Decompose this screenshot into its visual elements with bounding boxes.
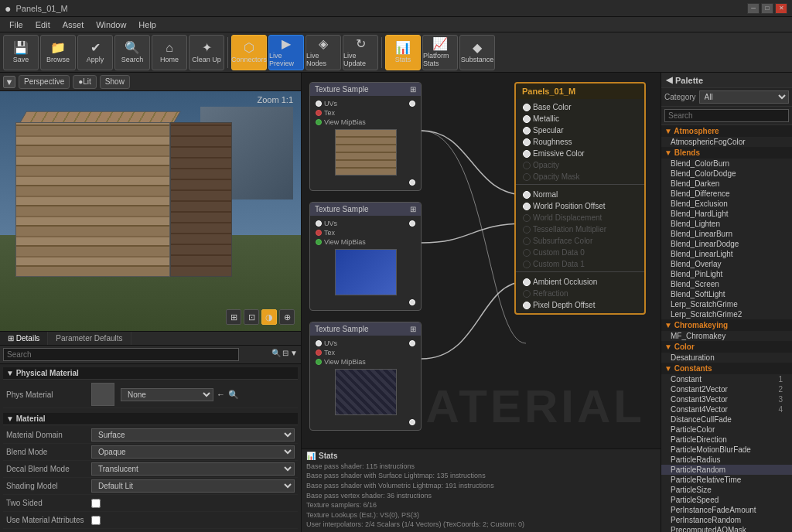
pin-tex-2[interactable] <box>316 230 322 236</box>
menu-edit[interactable]: Edit <box>29 17 56 32</box>
texture-sample-node-1[interactable]: Texture Sample ⊞ UVs Tex <box>309 82 422 191</box>
menu-file[interactable]: File <box>3 17 29 32</box>
close-button[interactable]: ✕ <box>775 3 787 14</box>
palette-item-constant4vector[interactable]: Constant4Vector 4 <box>661 404 792 414</box>
mat-pin-normal-dot[interactable] <box>523 191 531 199</box>
palette-item-linearlight[interactable]: Blend_LinearLight <box>661 249 792 259</box>
pin-midbias-2[interactable] <box>316 239 322 245</box>
palette-item-particlesize[interactable]: ParticleSize <box>661 485 792 495</box>
shading-model-select[interactable]: Default Lit <box>91 479 295 493</box>
palette-item-particlecolor[interactable]: ParticleColor <box>661 425 792 435</box>
palette-item-softlight[interactable]: Blend_SoftLight <box>661 289 792 299</box>
palette-item-hardlight[interactable]: Blend_HardLight <box>661 209 792 219</box>
palette-item-lineardodge[interactable]: Blend_LinearDodge <box>661 239 792 249</box>
pin-midbias-3[interactable] <box>316 359 322 365</box>
palette-item-difference[interactable]: Blend_Difference <box>661 189 792 199</box>
node-expand-icon-3[interactable]: ⊞ <box>410 325 416 333</box>
properties-search-input[interactable] <box>3 348 239 361</box>
pin-midbias-1[interactable] <box>316 119 322 125</box>
details-tab[interactable]: ⊞ Details <box>0 332 48 345</box>
viewport-ctrl-2[interactable]: ⊡ <box>244 309 259 325</box>
viewport-ctrl-3[interactable]: ◑ <box>261 309 277 325</box>
menu-asset[interactable]: Asset <box>56 17 90 32</box>
texture-sample-node-3[interactable]: Texture Sample ⊞ UVs Tex <box>309 322 422 431</box>
props-filter-btn[interactable]: ⊟ <box>282 349 288 357</box>
palette-cat-chromakeying[interactable]: ▼ Chromakeying <box>661 319 792 331</box>
palette-item-colordodge[interactable]: Blend_ColorDodge <box>661 169 792 179</box>
node-expand-icon-2[interactable]: ⊞ <box>410 205 416 213</box>
palette-item-lerpscratchgrime2[interactable]: Lerp_ScratchGrime2 <box>661 309 792 319</box>
props-search-btn[interactable]: 🔍 <box>271 349 281 357</box>
palette-search-input[interactable] <box>664 109 789 122</box>
palette-cat-blends[interactable]: ▼ Blends <box>661 147 792 159</box>
pin-out-rgb-3[interactable] <box>409 419 415 425</box>
minimize-button[interactable]: ─ <box>747 3 760 14</box>
node-expand-icon[interactable]: ⊞ <box>410 85 416 94</box>
maximize-button[interactable]: □ <box>761 3 773 14</box>
perspective-button[interactable]: Perspective <box>19 75 70 89</box>
pin-uvs-3[interactable] <box>316 340 322 346</box>
decal-blend-mode-select[interactable]: Translucent <box>91 462 295 476</box>
palette-item-perinstancerandom[interactable]: PerInstanceRandom <box>661 515 792 525</box>
palette-item-overlay[interactable]: Blend_Overlay <box>661 259 792 269</box>
palette-item-atmosphericfogcolor[interactable]: AtmosphericFogColor <box>661 137 792 147</box>
palette-item-desaturation[interactable]: Desaturation <box>661 353 792 363</box>
mat-pin-emissive-dot[interactable] <box>523 150 531 158</box>
pin-out-1[interactable] <box>409 101 415 107</box>
two-sided-checkbox[interactable] <box>91 499 101 508</box>
palette-cat-color[interactable]: ▼ Color <box>661 341 792 353</box>
viewport-ctrl-1[interactable]: ⊞ <box>226 309 241 325</box>
material-output-node[interactable]: Panels_01_M Base Color Metallic <box>514 82 646 315</box>
mat-pin-specular-dot[interactable] <box>523 127 531 135</box>
pin-out-rgb-2[interactable] <box>409 299 415 305</box>
palette-item-particlemotionblurfade[interactable]: ParticleMotionBlurFade <box>661 445 792 455</box>
viewport-content[interactable]: Zoom 1:1 ⊞ ⊡ ◑ ⊕ <box>0 91 301 331</box>
palette-item-linearburn[interactable]: Blend_LinearBurn <box>661 229 792 239</box>
pin-out-3a[interactable] <box>409 340 415 346</box>
substance-button[interactable]: ◆ Substance <box>459 35 495 70</box>
palette-item-perinstancefadeamount[interactable]: PerInstanceFadeAmount <box>661 505 792 515</box>
palette-item-mfchromakey[interactable]: MF_Chromakey <box>661 331 792 341</box>
texture-sample-node-2[interactable]: Texture Sample ⊞ UVs Tex <box>309 202 422 311</box>
browse-button[interactable]: 📁 Browse <box>40 35 76 70</box>
mat-pin-basecolor-dot[interactable] <box>523 104 531 111</box>
mat-pin-pixeldepth-dot[interactable] <box>523 302 531 309</box>
menu-window[interactable]: Window <box>90 17 132 32</box>
platform-stats-button[interactable]: 📈 Platform Stats <box>422 35 458 70</box>
home-button[interactable]: ⌂ Home <box>152 35 187 70</box>
palette-item-colorburn[interactable]: Blend_ColorBurn <box>661 159 792 169</box>
palette-item-particlerandom[interactable]: ParticleRandom <box>661 465 792 475</box>
palette-cat-constants[interactable]: ▼ Constants <box>661 363 792 374</box>
material-domain-select[interactable]: Surface <box>91 428 295 442</box>
palette-item-screen[interactable]: Blend_Screen <box>661 279 792 289</box>
lit-button[interactable]: ● Lit <box>73 75 97 89</box>
mat-pin-roughness-dot[interactable] <box>523 138 531 146</box>
palette-category-select[interactable]: All <box>699 90 789 104</box>
pin-tex-3[interactable] <box>316 350 322 356</box>
mat-pin-ao-dot[interactable] <box>523 278 531 286</box>
palette-item-constant2vector[interactable]: Constant2Vector 2 <box>661 384 792 394</box>
search-button[interactable]: 🔍 Search <box>114 35 150 70</box>
node-editor[interactable]: MATERIAL Texture Sample <box>302 73 661 448</box>
show-button[interactable]: Show <box>100 75 130 89</box>
save-button[interactable]: 💾 Save <box>3 35 39 70</box>
palette-item-constant3vector[interactable]: Constant3Vector 3 <box>661 394 792 404</box>
pin-uvs-2[interactable] <box>316 220 322 227</box>
palette-item-constant[interactable]: Constant 1 <box>661 374 792 384</box>
phys-nav-prev[interactable]: ← <box>217 390 225 399</box>
palette-item-precomputedaomask[interactable]: PrecomputedAOMask <box>661 525 792 532</box>
palette-item-particledirection[interactable]: ParticleDirection <box>661 435 792 445</box>
palette-item-distancecullfade[interactable]: DistanceCullFade <box>661 414 792 425</box>
pin-out-2a[interactable] <box>409 220 415 227</box>
palette-item-particlerelativetime[interactable]: ParticleRelativeTime <box>661 475 792 485</box>
phys-material-select[interactable]: None <box>121 388 213 401</box>
palette-item-exclusion[interactable]: Blend_Exclusion <box>661 199 792 209</box>
palette-arrow-icon[interactable]: ◀ <box>666 75 672 85</box>
parameter-defaults-tab[interactable]: Parameter Defaults <box>48 332 131 345</box>
viewport-toggle[interactable]: ▼ <box>3 76 15 88</box>
menu-help[interactable]: Help <box>132 17 162 32</box>
connectors-button[interactable]: ⬡ Connectors <box>231 35 267 70</box>
cleanup-button[interactable]: ✦ Clean Up <box>189 35 224 70</box>
phys-search-btn[interactable]: 🔍 <box>228 390 239 400</box>
props-options-btn[interactable]: ▼ <box>290 349 298 357</box>
